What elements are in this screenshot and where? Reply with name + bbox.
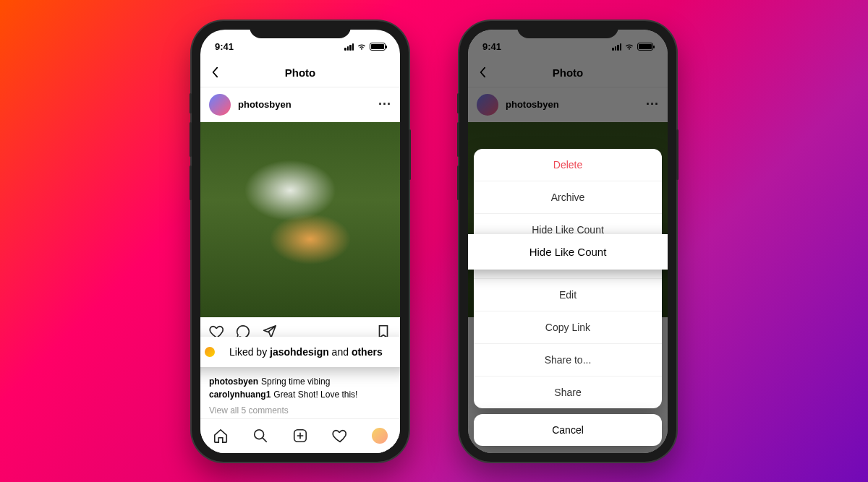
activity-tab-icon[interactable]	[332, 428, 348, 444]
nav-title: Photo	[553, 66, 584, 79]
status-time: 9:41	[482, 41, 501, 52]
author-avatar	[477, 94, 498, 116]
tab-bar	[200, 418, 400, 453]
post-header: photosbyen ···	[468, 87, 668, 122]
profile-tab-avatar[interactable]	[372, 428, 388, 444]
action-sheet: Delete Archive Hide Like Count Turn Off …	[474, 149, 662, 446]
caption-line: photosbyenSpring time vibing	[209, 375, 391, 388]
battery-icon	[370, 43, 386, 51]
nav-header: Photo	[468, 59, 668, 87]
caption-area: photosbyenSpring time vibing carolynhuan…	[200, 371, 400, 404]
phone-right: 9:41 Photo photosbyen ··· Delete Archive	[459, 21, 676, 462]
phone-left: 9:41 Photo photosbyen ···	[192, 21, 409, 462]
screen-right: 9:41 Photo photosbyen ··· Delete Archive	[468, 30, 668, 453]
post-more-button[interactable]: ···	[378, 97, 391, 112]
post-image[interactable]	[200, 122, 400, 317]
wifi-icon	[357, 43, 367, 51]
status-indicators	[612, 43, 653, 51]
author-username[interactable]: photosbyen	[238, 99, 378, 110]
author-avatar[interactable]	[209, 94, 231, 116]
status-indicators	[344, 43, 386, 51]
sheet-share-to[interactable]: Share to...	[474, 344, 662, 376]
likes-text: Liked by jasohdesign and others	[229, 346, 383, 358]
status-time: 9:41	[215, 41, 234, 52]
hide-like-count-callout[interactable]: Hide Like Count	[468, 234, 668, 270]
battery-icon	[637, 43, 653, 51]
post-header: photosbyen ···	[200, 87, 400, 122]
device-notch	[517, 21, 618, 38]
comment-line: carolynhuang1Great Shot! Love this!	[209, 388, 391, 401]
back-button[interactable]	[475, 65, 490, 79]
screen-left: 9:41 Photo photosbyen ···	[200, 30, 400, 453]
wifi-icon	[624, 43, 634, 51]
cellular-icon	[344, 43, 354, 51]
sheet-delete[interactable]: Delete	[474, 149, 662, 181]
post-more-button: ···	[646, 97, 659, 112]
view-all-comments[interactable]: View all 5 comments	[200, 404, 400, 417]
home-tab-icon[interactable]	[213, 428, 229, 444]
cellular-icon	[612, 43, 621, 51]
nav-header: Photo	[200, 59, 400, 87]
liker-avatars	[200, 345, 224, 358]
back-button[interactable]	[208, 65, 222, 79]
sheet-cancel[interactable]: Cancel	[474, 414, 662, 446]
device-notch	[250, 21, 351, 38]
nav-title: Photo	[285, 66, 316, 79]
likes-callout[interactable]: Liked by jasohdesign and others	[200, 337, 400, 367]
sheet-copy-link[interactable]: Copy Link	[474, 311, 662, 344]
sheet-share[interactable]: Share	[474, 376, 662, 408]
search-tab-icon[interactable]	[252, 428, 268, 444]
sheet-edit[interactable]: Edit	[474, 279, 662, 311]
new-post-tab-icon[interactable]	[292, 428, 308, 444]
author-username: photosbyen	[506, 99, 646, 110]
sheet-archive[interactable]: Archive	[474, 181, 662, 214]
